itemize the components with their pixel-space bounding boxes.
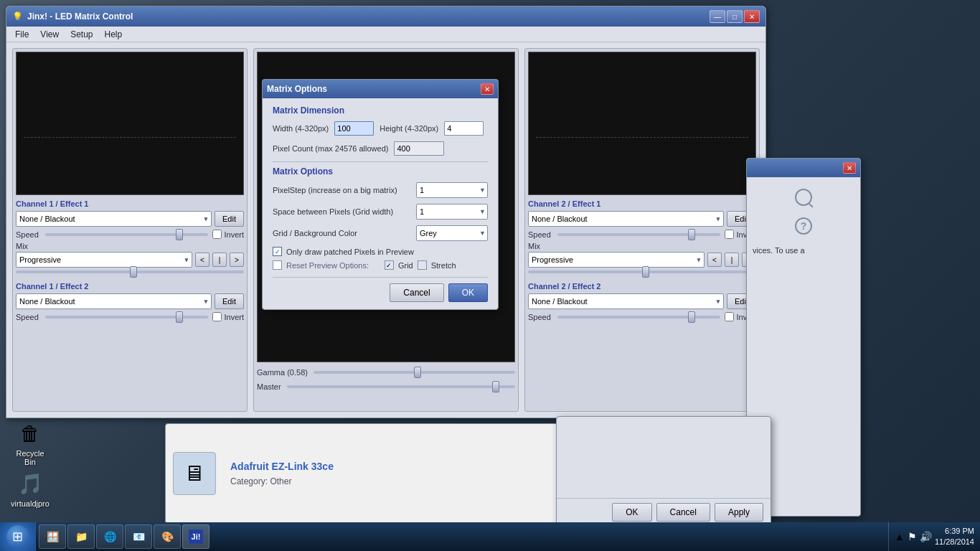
device-category: Category: Other [230,476,559,486]
channel1-speed2-slider[interactable] [45,316,208,319]
dialog-space-row: Space between Pixels (Grid width) 123 ▼ [273,204,488,220]
taskbar-item-folder[interactable]: 📁 [67,524,95,549]
category-label: Category: [230,476,268,486]
minimize-button[interactable]: — [710,10,725,23]
dialog-bg-color-row: Grid / Background Color GreyBlackWhite ▼ [273,225,488,241]
ok-cancel-cancel-button[interactable]: Cancel [656,503,710,522]
channel2-mix-btn-prev[interactable]: < [707,253,722,267]
dialog-section2-label: Matrix Options [273,166,488,176]
preview-dots [24,137,236,138]
stretch-checkbox[interactable] [418,260,427,270]
channel1-mix-btn-center[interactable]: | [212,253,227,267]
dialog-checkbox2[interactable] [273,260,282,270]
recycle-bin-label: Recycle Bin [10,449,50,466]
secondary-dialog-close[interactable]: ✕ [843,162,856,174]
dialog-checkbox1[interactable]: ✓ [273,247,282,256]
dialog-space-select[interactable]: 123 [416,204,488,220]
channel2-mix-select-wrapper: Progressive ▼ [528,252,705,268]
taskbar-item-explorer[interactable]: 🪟 [39,524,66,549]
channel1-speed-slider[interactable] [45,233,208,236]
dialog-width-input[interactable] [334,121,374,136]
channel2-effect1-select[interactable]: None / Blackout [528,211,724,227]
device-name: Adafruit EZ-Link 33ce [230,461,559,472]
virtualdjpro-icon[interactable]: 🎵 virtualdjpro [7,466,53,511]
channel1-effect1-edit-button[interactable]: Edit [215,211,244,227]
channel2-speed2-slider[interactable] [557,316,720,319]
maximize-button[interactable]: □ [727,10,743,23]
menu-file[interactable]: File [9,28,34,41]
dialog-pixel-step-select[interactable]: 1234 [416,182,488,198]
start-button[interactable]: ⊞ [0,522,36,551]
taskbar-item-mail[interactable]: 📧 [125,524,152,549]
channel1-effect2-select[interactable]: None / Blackout [16,293,212,309]
dialog-bg-color-select[interactable]: GreyBlackWhite [416,225,488,241]
channel1-mix-controls: Progressive ▼ < | > [16,252,244,268]
tray-icon-1[interactable]: ▲ [895,531,905,542]
channel2-invert2-checkbox[interactable] [725,312,734,321]
channel2-mix-select[interactable]: Progressive [528,252,705,268]
channel2-effect2-select[interactable]: None / Blackout [528,293,724,309]
dialog-title-text: Matrix Options [267,84,327,94]
channel1-effect2-label: Channel 1 / Effect 2 [16,282,244,291]
dialog-ok-button[interactable]: OK [448,283,488,302]
channel1-effect1-select[interactable]: None / Blackout [16,211,212,227]
start-orb: ⊞ [6,525,29,548]
dialog-close-button[interactable]: ✕ [481,83,494,95]
device-icon: 🖥 [173,452,216,495]
channel1-invert-text: Invert [224,230,244,239]
channel2-speed-slider[interactable] [557,233,720,236]
channel1-preview [16,52,244,195]
gamma-row: Gamma (0.58) [257,368,515,377]
channel1-mix-btn-prev[interactable]: < [195,253,209,267]
menu-view[interactable]: View [34,28,65,41]
secondary-dialog-titlebar: ✕ [747,159,860,177]
ok-cancel-ok-button[interactable]: OK [612,503,651,522]
reset-sub-controls: ✓ Grid Stretch [385,260,456,270]
taskbar-item-paint[interactable]: 🎨 [154,524,181,549]
channel1-mix-select-wrapper: Progressive ▼ [16,252,192,268]
master-thumb [492,381,499,392]
channel1-mix-select[interactable]: Progressive [16,252,192,268]
devices-text: vices. To use a [753,246,805,255]
channel2-panel: Channel 2 / Effect 1 None / Blackout ▼ E… [524,48,760,412]
titlebar: 💡 Jinx! - LED Matrix Control — □ ✕ [6,6,765,27]
folder-icon: 📁 [74,529,88,544]
channel2-mix-slider[interactable] [528,270,756,273]
grid-checkbox[interactable]: ✓ [385,260,394,270]
menu-setup[interactable]: Setup [65,28,98,41]
ok-cancel-apply-button[interactable]: Apply [715,503,763,522]
channel1-mix-slider-row [16,270,244,273]
tray-icon-3[interactable]: 🔊 [920,531,932,542]
grid-label: Grid [398,261,413,270]
help-icon[interactable]: ? [795,217,812,235]
channel2-mix-btn-center[interactable]: | [725,253,739,267]
dialog-cancel-button[interactable]: Cancel [390,283,443,302]
matrix-options-dialog: Matrix Options ✕ Matrix Dimension Width … [262,79,499,310]
channel1-effect2-select-wrapper: None / Blackout ▼ [16,293,212,309]
close-button[interactable]: ✕ [744,10,760,23]
channel2-effect2-select-wrapper: None / Blackout ▼ [528,293,724,309]
channel1-effect1-row: None / Blackout ▼ Edit [16,211,244,227]
recycle-bin-image: 🗑 [16,419,44,448]
dialog-titlebar: Matrix Options ✕ [263,80,498,98]
channel1-panel: Channel 1 / Effect 1 None / Blackout ▼ E… [12,48,248,412]
channel2-effect1-row: None / Blackout ▼ Edit [528,211,756,227]
channel1-invert2-checkbox[interactable] [212,312,222,321]
channel1-invert-checkbox[interactable] [212,230,222,239]
dialog-height-input[interactable] [444,121,484,136]
mail-icon: 📧 [131,529,146,544]
search-icon[interactable] [795,189,812,206]
gamma-slider[interactable] [314,371,515,374]
channel1-mix-slider[interactable] [16,270,244,273]
menu-help[interactable]: Help [99,28,128,41]
taskbar-item-chrome[interactable]: 🌐 [96,524,123,549]
master-slider[interactable] [287,385,515,388]
channel1-effect2-edit-button[interactable]: Edit [215,293,244,309]
channel2-speed-row: Speed Invert [528,230,756,239]
recycle-bin-icon[interactable]: 🗑 Recycle Bin [7,416,53,469]
dialog-pixel-count-row: Pixel Count (max 24576 allowed) [273,141,488,156]
taskbar-item-jinx[interactable]: Ji! [182,524,209,549]
channel1-mix-btn-next[interactable]: > [230,253,244,267]
channel2-invert-checkbox[interactable] [725,230,734,239]
tray-icon-2[interactable]: ⚑ [908,531,917,542]
